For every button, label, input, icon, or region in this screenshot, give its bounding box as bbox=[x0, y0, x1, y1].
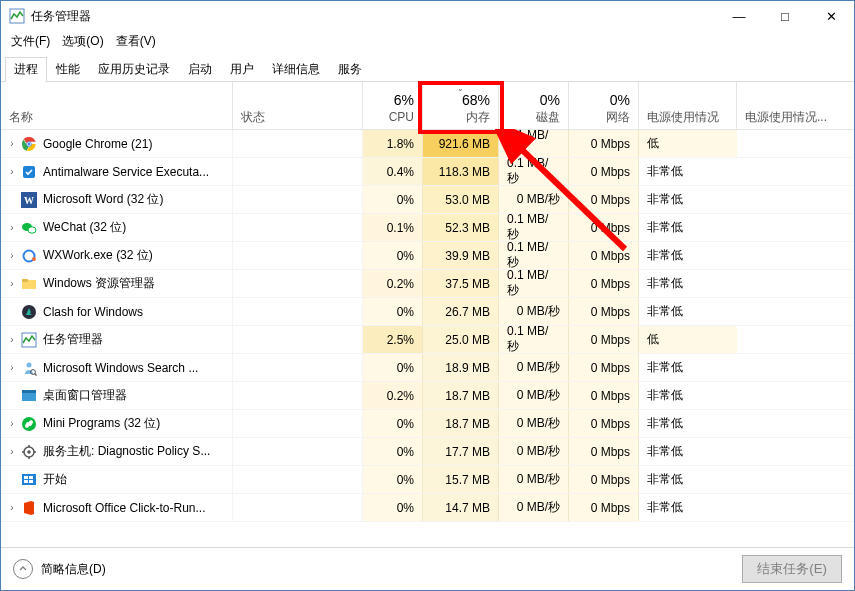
column-headers: 名称 状态 6% CPU ⌄ 68% 内存 0% 磁盘 0% 网络 电源使用情况… bbox=[1, 82, 854, 130]
process-row[interactable]: ›任务管理器2.5%25.0 MB0.1 MB/秒0 Mbps低 bbox=[1, 326, 854, 354]
process-row[interactable]: 开始0%15.7 MB0 MB/秒0 Mbps非常低 bbox=[1, 466, 854, 494]
process-icon bbox=[21, 304, 37, 320]
tab-1[interactable]: 性能 bbox=[47, 57, 89, 82]
tab-4[interactable]: 用户 bbox=[221, 57, 263, 82]
svg-rect-31 bbox=[24, 480, 28, 483]
col-header-power-trend[interactable]: 电源使用情况... bbox=[737, 82, 835, 129]
process-name-cell[interactable]: ›Microsoft Windows Search ... bbox=[1, 354, 233, 381]
process-row[interactable]: ›Google Chrome (21)1.8%921.6 MB0.1 MB/秒0… bbox=[1, 130, 854, 158]
process-memory-cell: 39.9 MB bbox=[423, 242, 499, 269]
col-header-disk[interactable]: 0% 磁盘 bbox=[499, 82, 569, 129]
process-network-cell: 0 Mbps bbox=[569, 242, 639, 269]
maximize-button[interactable]: □ bbox=[762, 1, 808, 31]
menu-view[interactable]: 查看(V) bbox=[110, 32, 162, 51]
expand-icon[interactable]: › bbox=[7, 138, 17, 149]
expand-icon[interactable]: › bbox=[7, 446, 17, 457]
process-row[interactable]: ›Antimalware Service Executa...0.4%118.3… bbox=[1, 158, 854, 186]
expand-icon[interactable]: › bbox=[7, 166, 17, 177]
process-power-trend-cell bbox=[737, 410, 835, 437]
end-task-button[interactable]: 结束任务(E) bbox=[742, 555, 842, 583]
svg-point-11 bbox=[32, 257, 36, 261]
process-power-trend-cell bbox=[737, 326, 835, 353]
process-name: WXWork.exe (32 位) bbox=[43, 247, 153, 264]
process-cpu-cell: 0.4% bbox=[363, 158, 423, 185]
process-memory-cell: 26.7 MB bbox=[423, 298, 499, 325]
tab-3[interactable]: 启动 bbox=[179, 57, 221, 82]
col-header-power[interactable]: 电源使用情况 bbox=[639, 82, 737, 129]
process-name-cell[interactable]: ›服务主机: Diagnostic Policy S... bbox=[1, 438, 233, 465]
collapse-icon[interactable] bbox=[13, 559, 33, 579]
col-header-status[interactable]: 状态 bbox=[233, 82, 363, 129]
process-icon bbox=[21, 500, 37, 516]
tab-6[interactable]: 服务 bbox=[329, 57, 371, 82]
process-row[interactable]: ›Microsoft Office Click-to-Run...0%14.7 … bbox=[1, 494, 854, 522]
col-header-name[interactable]: 名称 bbox=[1, 82, 233, 129]
process-name: Microsoft Word (32 位) bbox=[43, 191, 163, 208]
process-name: Microsoft Office Click-to-Run... bbox=[43, 501, 205, 515]
close-button[interactable]: ✕ bbox=[808, 1, 854, 31]
expand-icon[interactable]: › bbox=[7, 362, 17, 373]
process-row[interactable]: ›服务主机: Diagnostic Policy S...0%17.7 MB0 … bbox=[1, 438, 854, 466]
process-name-cell[interactable]: 开始 bbox=[1, 466, 233, 493]
svg-rect-29 bbox=[24, 476, 28, 479]
col-header-network[interactable]: 0% 网络 bbox=[569, 82, 639, 129]
process-row[interactable]: ›WeChat (32 位)0.1%52.3 MB0.1 MB/秒0 Mbps非… bbox=[1, 214, 854, 242]
process-name-cell[interactable]: 桌面窗口管理器 bbox=[1, 382, 233, 409]
minimize-button[interactable]: — bbox=[716, 1, 762, 31]
process-name-cell[interactable]: ›WXWork.exe (32 位) bbox=[1, 242, 233, 269]
process-row[interactable]: ›Microsoft Windows Search ...0%18.9 MB0 … bbox=[1, 354, 854, 382]
process-name-cell[interactable]: ›WeChat (32 位) bbox=[1, 214, 233, 241]
process-power-cell: 非常低 bbox=[639, 438, 737, 465]
expand-icon[interactable]: › bbox=[7, 334, 17, 345]
expand-icon[interactable]: › bbox=[7, 250, 17, 261]
process-row[interactable]: ›WXWork.exe (32 位)0%39.9 MB0.1 MB/秒0 Mbp… bbox=[1, 242, 854, 270]
process-name-cell[interactable]: ›Antimalware Service Executa... bbox=[1, 158, 233, 185]
process-row[interactable]: Clash for Windows0%26.7 MB0 MB/秒0 Mbps非常… bbox=[1, 298, 854, 326]
process-name-cell[interactable]: WMicrosoft Word (32 位) bbox=[1, 186, 233, 213]
process-name: WeChat (32 位) bbox=[43, 219, 126, 236]
process-network-cell: 0 Mbps bbox=[569, 410, 639, 437]
tab-0[interactable]: 进程 bbox=[5, 57, 47, 82]
fewer-details-link[interactable]: 简略信息(D) bbox=[41, 561, 106, 578]
expand-icon[interactable]: › bbox=[7, 222, 17, 233]
process-power-trend-cell bbox=[737, 158, 835, 185]
process-name-cell[interactable]: ›Windows 资源管理器 bbox=[1, 270, 233, 297]
process-status-cell bbox=[233, 466, 363, 493]
process-row[interactable]: WMicrosoft Word (32 位)0%53.0 MB0 MB/秒0 M… bbox=[1, 186, 854, 214]
process-name-cell[interactable]: Clash for Windows bbox=[1, 298, 233, 325]
process-icon bbox=[21, 444, 37, 460]
process-name-cell[interactable]: ›任务管理器 bbox=[1, 326, 233, 353]
process-name-cell[interactable]: ›Google Chrome (21) bbox=[1, 130, 233, 157]
process-icon bbox=[21, 220, 37, 236]
process-power-cell: 非常低 bbox=[639, 382, 737, 409]
expand-icon[interactable]: › bbox=[7, 502, 17, 513]
process-icon bbox=[21, 164, 37, 180]
process-disk-cell: 0 MB/秒 bbox=[499, 354, 569, 381]
svg-point-4 bbox=[28, 142, 31, 145]
taskmgr-icon bbox=[9, 8, 25, 24]
process-power-trend-cell bbox=[737, 382, 835, 409]
menu-file[interactable]: 文件(F) bbox=[5, 32, 56, 51]
process-name-cell[interactable]: ›Mini Programs (32 位) bbox=[1, 410, 233, 437]
tab-5[interactable]: 详细信息 bbox=[263, 57, 329, 82]
process-status-cell bbox=[233, 186, 363, 213]
process-row[interactable]: ›Windows 资源管理器0.2%37.5 MB0.1 MB/秒0 Mbps非… bbox=[1, 270, 854, 298]
col-header-cpu[interactable]: 6% CPU bbox=[363, 82, 423, 129]
process-status-cell bbox=[233, 270, 363, 297]
process-power-cell: 非常低 bbox=[639, 466, 737, 493]
process-name: Clash for Windows bbox=[43, 305, 143, 319]
process-name-cell[interactable]: ›Microsoft Office Click-to-Run... bbox=[1, 494, 233, 521]
process-memory-cell: 37.5 MB bbox=[423, 270, 499, 297]
process-list[interactable]: ›Google Chrome (21)1.8%921.6 MB0.1 MB/秒0… bbox=[1, 130, 854, 547]
process-row[interactable]: 桌面窗口管理器0.2%18.7 MB0 MB/秒0 Mbps非常低 bbox=[1, 382, 854, 410]
col-header-memory[interactable]: ⌄ 68% 内存 bbox=[423, 82, 499, 129]
expand-icon[interactable]: › bbox=[7, 418, 17, 429]
process-power-trend-cell bbox=[737, 354, 835, 381]
menu-options[interactable]: 选项(O) bbox=[56, 32, 109, 51]
window-title: 任务管理器 bbox=[31, 8, 91, 25]
expand-icon[interactable]: › bbox=[7, 278, 17, 289]
process-status-cell bbox=[233, 410, 363, 437]
tab-2[interactable]: 应用历史记录 bbox=[89, 57, 179, 82]
sort-indicator-icon: ⌄ bbox=[457, 84, 464, 93]
process-row[interactable]: ›Mini Programs (32 位)0%18.7 MB0 MB/秒0 Mb… bbox=[1, 410, 854, 438]
